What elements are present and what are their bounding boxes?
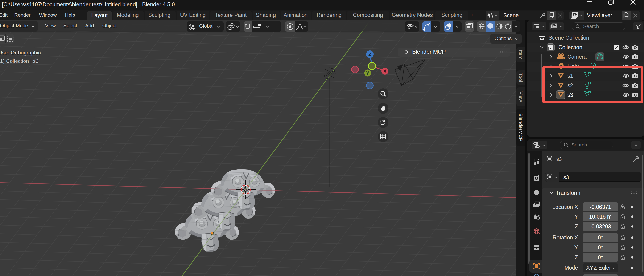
svg-text:X: X: [383, 68, 386, 74]
svg-text:Z: Z: [368, 51, 371, 57]
svg-text:Y: Y: [366, 70, 370, 76]
